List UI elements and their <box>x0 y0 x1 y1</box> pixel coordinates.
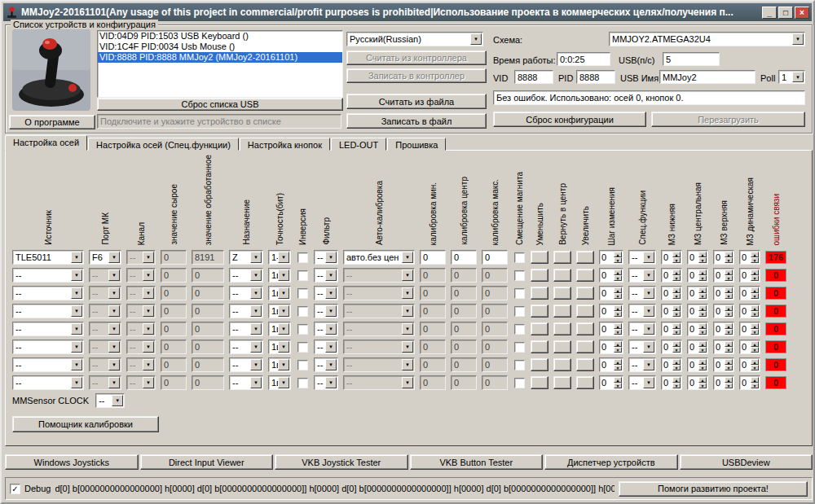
deadzone-low-spinner[interactable]: 0▲▼ <box>661 268 682 283</box>
deadzone-center-spinner[interactable]: 0▲▼ <box>687 357 708 372</box>
precision-select[interactable]: 1в▼ <box>268 268 291 283</box>
tab-3[interactable]: LED-OUT <box>331 138 386 151</box>
return-to-center-button[interactable] <box>553 358 571 371</box>
deadzone-low-spinner[interactable]: 0▲▼ <box>661 304 682 318</box>
deadzone-center-spinner[interactable]: 0▲▼ <box>687 286 708 300</box>
read-from-file-button[interactable]: Считать из файла <box>346 94 487 109</box>
decrease-button[interactable] <box>531 269 548 282</box>
deadzone-center-spinner[interactable]: 0▲▼ <box>687 375 708 390</box>
source-select[interactable]: --▼ <box>12 304 84 318</box>
return-to-center-button[interactable] <box>553 305 571 318</box>
mmsensor-clock-select[interactable]: -- ▼ <box>95 393 125 408</box>
inversion-checkbox[interactable] <box>297 252 308 263</box>
precision-select[interactable]: 1-▼ <box>268 250 291 265</box>
deadzone-dynamic-spinner[interactable]: 0▲▼ <box>739 268 760 283</box>
deadzone-high-spinner[interactable]: 0▲▼ <box>713 268 734 283</box>
step-spinner[interactable]: 0▲▼ <box>599 268 623 283</box>
increase-button[interactable] <box>576 322 594 335</box>
magnet-offset-checkbox[interactable] <box>514 360 525 370</box>
filter-select[interactable]: --▼ <box>314 340 338 354</box>
deadzone-low-spinner[interactable]: 0▲▼ <box>661 322 682 336</box>
decrease-button[interactable] <box>531 358 548 371</box>
increase-button[interactable] <box>576 376 594 389</box>
increase-button[interactable] <box>576 305 594 318</box>
assignment-select[interactable]: --▼ <box>229 322 263 336</box>
deadzone-dynamic-spinner[interactable]: 0▲▼ <box>739 250 760 265</box>
calibration-center-field[interactable]: 0 <box>451 250 477 265</box>
decrease-button[interactable] <box>531 251 548 264</box>
deadzone-high-spinner[interactable]: 0▲▼ <box>713 286 734 300</box>
inversion-checkbox[interactable] <box>297 360 308 370</box>
tool-button-4[interactable]: Диспетчер устройств <box>544 454 678 470</box>
language-select[interactable]: Русский(Russian) ▼ <box>346 32 483 46</box>
calibration-max-field[interactable]: 0 <box>482 250 508 265</box>
tool-button-1[interactable]: Direct Input Viewer <box>140 454 274 470</box>
filter-select[interactable]: --▼ <box>314 357 338 372</box>
assignment-select[interactable]: --▼ <box>229 357 263 372</box>
deadzone-high-spinner[interactable]: 0▲▼ <box>713 250 734 265</box>
source-select[interactable]: --▼ <box>12 286 84 300</box>
special-function-select[interactable]: --▼ <box>628 375 656 390</box>
inversion-checkbox[interactable] <box>297 288 308 299</box>
vid-field[interactable]: 8888 <box>514 70 553 84</box>
assignment-select[interactable]: --▼ <box>229 375 263 390</box>
return-to-center-button[interactable] <box>553 376 571 389</box>
step-spinner[interactable]: 0▲▼ <box>599 322 623 336</box>
decrease-button[interactable] <box>531 322 548 335</box>
filter-select[interactable]: --▼ <box>314 304 338 318</box>
filter-select[interactable]: --▼ <box>314 286 338 300</box>
filter-select[interactable]: --▼ <box>314 322 338 336</box>
step-spinner[interactable]: 0▲▼ <box>599 250 623 265</box>
write-to-controller-button[interactable]: Записать в контроллер <box>346 68 487 83</box>
assignment-select[interactable]: Z▼ <box>229 250 263 265</box>
tab-4[interactable]: Прошивка <box>387 138 446 151</box>
precision-select[interactable]: 1в▼ <box>268 340 291 354</box>
magnet-offset-checkbox[interactable] <box>514 378 525 388</box>
precision-select[interactable]: 1в▼ <box>268 286 291 300</box>
step-spinner[interactable]: 0▲▼ <box>599 375 623 390</box>
inversion-checkbox[interactable] <box>297 306 308 317</box>
assignment-select[interactable]: --▼ <box>229 268 263 283</box>
source-select[interactable]: --▼ <box>12 322 84 336</box>
deadzone-dynamic-spinner[interactable]: 0▲▼ <box>739 375 760 390</box>
increase-button[interactable] <box>576 287 594 300</box>
scheme-select[interactable]: MMJOY2.ATMEGA32U4 ▼ <box>609 32 805 46</box>
deadzone-low-spinner[interactable]: 0▲▼ <box>661 286 682 300</box>
deadzone-low-spinner[interactable]: 0▲▼ <box>661 340 682 354</box>
deadzone-low-spinner[interactable]: 0▲▼ <box>661 375 682 390</box>
filter-select[interactable]: --▼ <box>314 268 338 283</box>
device-list-item[interactable]: VID:1C4F PID:0034 Usb Mouse () <box>98 42 342 52</box>
deadzone-low-spinner[interactable]: 0▲▼ <box>661 250 682 265</box>
return-to-center-button[interactable] <box>553 269 571 282</box>
tool-button-0[interactable]: Windows Joysticks <box>5 454 139 470</box>
deadzone-center-spinner[interactable]: 0▲▼ <box>687 250 708 265</box>
inversion-checkbox[interactable] <box>297 342 308 353</box>
device-list-item[interactable]: VID:8888 PID:8888 MMJoy2 (MMJoy2-2016110… <box>98 52 342 63</box>
return-to-center-button[interactable] <box>553 287 571 300</box>
deadzone-dynamic-spinner[interactable]: 0▲▼ <box>739 340 760 354</box>
assignment-select[interactable]: --▼ <box>229 340 263 354</box>
deadzone-center-spinner[interactable]: 0▲▼ <box>687 340 708 354</box>
filter-select[interactable]: --▼ <box>314 250 338 265</box>
deadzone-dynamic-spinner[interactable]: 0▲▼ <box>739 286 760 300</box>
decrease-button[interactable] <box>531 305 548 318</box>
step-spinner[interactable]: 0▲▼ <box>599 340 623 354</box>
special-function-select[interactable]: --▼ <box>628 286 656 300</box>
reset-config-button[interactable]: Сброс конфигурации <box>493 112 646 127</box>
assignment-select[interactable]: --▼ <box>229 304 263 318</box>
deadzone-dynamic-spinner[interactable]: 0▲▼ <box>739 322 760 336</box>
donate-button[interactable]: Помоги развитию проекта! <box>619 481 808 497</box>
tool-button-3[interactable]: VKB Button Tester <box>410 454 544 470</box>
poll-select[interactable]: 1 ▼ <box>778 70 805 84</box>
special-function-select[interactable]: --▼ <box>628 340 656 354</box>
calibration-min-field[interactable]: 0 <box>420 250 446 265</box>
source-select[interactable]: --▼ <box>12 375 84 390</box>
special-function-select[interactable]: --▼ <box>628 357 656 372</box>
deadzone-high-spinner[interactable]: 0▲▼ <box>713 375 734 390</box>
magnet-offset-checkbox[interactable] <box>514 270 525 281</box>
device-list-item[interactable]: VID:04D9 PID:1503 USB Keyboard () <box>98 31 342 42</box>
decrease-button[interactable] <box>531 376 548 389</box>
read-from-controller-button[interactable]: Считать из контроллера <box>346 50 487 65</box>
calibration-helper-button[interactable]: Помощник калибровки <box>12 416 159 432</box>
special-function-select[interactable]: --▼ <box>628 304 656 318</box>
